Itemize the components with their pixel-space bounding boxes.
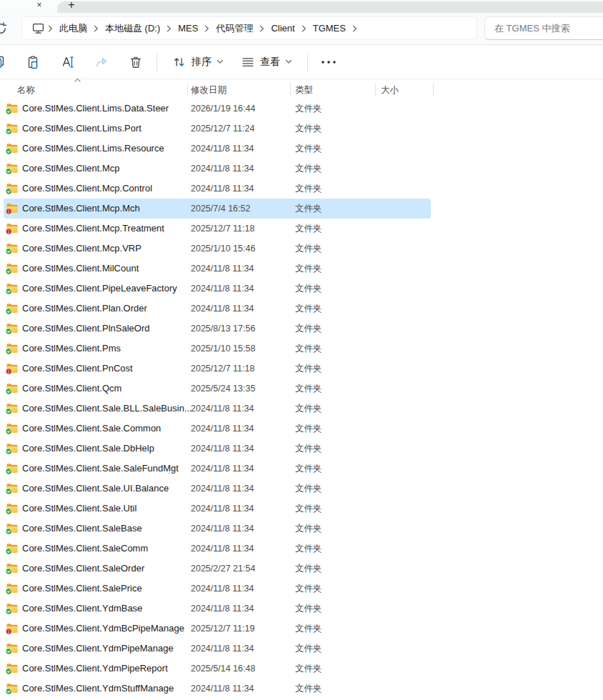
file-row[interactable]: Core.StlMes.Client.Pms 2025/1/10 15:58 文… [0, 339, 603, 359]
file-row[interactable]: Core.StlMes.Client.YdmBase 2024/11/8 11:… [0, 599, 603, 619]
column-divider[interactable] [375, 83, 376, 96]
address-breadcrumb-bar[interactable]: 此电脑本地磁盘 (D:)MES代码管理ClientTGMES [21, 16, 477, 40]
file-row[interactable]: Core.StlMes.Client.Mcp.Control 2024/11/8… [0, 179, 603, 199]
file-row[interactable]: Core.StlMes.Client.YdmBcPipeManage 2025/… [0, 619, 603, 639]
file-row[interactable]: Core.StlMes.Client.YdmPipeReport 2025/5/… [0, 659, 603, 679]
file-date-modified: 2025/12/7 11:18 [191, 359, 254, 379]
file-name: Core.StlMes.Client.SaleOrder [22, 559, 144, 579]
file-type: 文件夹 [295, 459, 322, 479]
view-menu-button[interactable]: 查看 [234, 50, 299, 74]
new-tab-button[interactable]: + [64, 0, 79, 12]
sort-icon [172, 55, 186, 69]
file-type: 文件夹 [295, 299, 322, 319]
delete-icon [129, 55, 143, 69]
folder-icon [6, 122, 19, 134]
paste-button[interactable] [20, 50, 46, 74]
file-date-modified: 2024/11/8 11:34 [191, 479, 254, 499]
chevron-down-icon [285, 59, 292, 64]
status-normal-badge [6, 169, 12, 175]
status-normal-badge [6, 609, 12, 615]
column-header-name[interactable]: 名称 [17, 84, 35, 96]
file-name: Core.StlMes.Client.SaleBase [22, 519, 142, 539]
file-row[interactable]: Core.StlMes.Client.Sale.BLL.SaleBusin...… [0, 399, 603, 419]
file-row[interactable]: Core.StlMes.Client.SalePrice 2024/11/8 1… [0, 579, 603, 599]
file-row[interactable]: Core.StlMes.Client.Sale.DbHelp 2024/11/8… [0, 439, 603, 459]
column-divider[interactable] [290, 83, 291, 96]
file-row[interactable]: Core.StlMes.Client.MilCount 2024/11/8 11… [0, 259, 603, 279]
search-input[interactable]: 在 TGMES 中搜索 [484, 16, 603, 40]
file-row[interactable]: Core.StlMes.Client.YdmPipeManage 2024/11… [0, 639, 603, 659]
delete-button[interactable] [123, 50, 149, 74]
copy-button[interactable] [0, 50, 11, 74]
file-name: Core.StlMes.Client.Sale.Common [22, 419, 161, 439]
folder-icon [6, 522, 19, 534]
breadcrumb-item-3[interactable]: MES [173, 21, 203, 35]
file-row[interactable]: Core.StlMes.Client.Mcp.Treatment 2025/12… [0, 219, 603, 239]
breadcrumb-item-2[interactable]: 本地磁盘 (D:) [100, 21, 165, 36]
column-divider[interactable] [433, 83, 434, 96]
file-row[interactable]: Core.StlMes.Client.PlnSaleOrd 2025/8/13 … [0, 319, 603, 339]
column-divider[interactable] [187, 83, 188, 96]
file-row[interactable]: Core.StlMes.Client.Lims.Resource 2024/11… [0, 139, 603, 159]
file-date-modified: 2024/11/8 11:34 [191, 419, 254, 439]
file-name: Core.StlMes.Client.PlnSaleOrd [22, 319, 149, 339]
column-header-date[interactable]: 修改日期 [191, 84, 226, 96]
file-type: 文件夹 [295, 519, 322, 539]
rename-button[interactable] [54, 50, 80, 74]
file-row[interactable]: Core.StlMes.Client.Mcp 2024/11/8 11:34 文… [0, 159, 603, 179]
folder-icon [6, 202, 19, 214]
share-button[interactable] [89, 50, 114, 74]
status-normal-badge [6, 649, 12, 655]
breadcrumb-item-4[interactable]: 代码管理 [211, 21, 258, 36]
file-row[interactable]: Core.StlMes.Client.Sale.UI.Balance 2024/… [0, 479, 603, 499]
file-date-modified: 2024/11/8 11:34 [191, 259, 254, 279]
file-name: Core.StlMes.Client.Plan.Order [22, 299, 147, 319]
refresh-icon[interactable] [0, 21, 8, 36]
breadcrumb-chevron-icon[interactable] [352, 25, 357, 32]
file-row[interactable]: Core.StlMes.Client.SaleComm 2024/11/8 11… [0, 539, 603, 559]
breadcrumb-chevron-icon [204, 25, 209, 32]
more-options-button[interactable] [316, 50, 342, 74]
tab-close-button[interactable]: × [33, 0, 46, 11]
file-row[interactable]: Core.StlMes.Client.Sale.Util 2024/11/8 1… [0, 499, 603, 519]
file-row[interactable]: Core.StlMes.Client.SaleBase 2024/11/8 11… [0, 519, 603, 539]
status-normal-badge [6, 589, 12, 595]
folder-icon [6, 622, 19, 634]
file-row[interactable]: Core.StlMes.Client.Qcm 2025/5/24 13:35 文… [0, 379, 603, 399]
file-row[interactable]: Core.StlMes.Client.PipeLeaveFactory 2024… [0, 279, 603, 299]
file-row[interactable]: Core.StlMes.Client.Lims.Data.Steer 2026/… [0, 99, 603, 119]
file-row[interactable]: Core.StlMes.Client.Lims.Port 2025/12/7 1… [0, 119, 603, 139]
status-normal-badge [6, 149, 12, 155]
folder-icon [6, 162, 19, 174]
file-row[interactable]: Core.StlMes.Client.Plan.Order 2024/11/8 … [0, 299, 603, 319]
column-header-type[interactable]: 类型 [295, 84, 313, 96]
address-bar-row: 此电脑本地磁盘 (D:)MES代码管理ClientTGMES 在 TGMES 中… [0, 13, 603, 45]
breadcrumb-item-5[interactable]: Client [266, 21, 299, 35]
tab-strip: × + [0, 0, 603, 13]
breadcrumb-item-6[interactable]: TGMES [308, 21, 351, 35]
folder-icon [6, 402, 19, 414]
file-row[interactable]: Core.StlMes.Client.Mcp.VRP 2025/1/10 15:… [0, 239, 603, 259]
file-name: Core.StlMes.Client.Lims.Port [22, 119, 141, 139]
column-header-size[interactable]: 大小 [381, 84, 399, 96]
status-normal-badge [6, 129, 12, 135]
folder-icon [6, 342, 19, 354]
file-list: Core.StlMes.Client.Lims.Data.Steer 2026/… [0, 99, 603, 699]
breadcrumb-item-1[interactable]: 此电脑 [54, 21, 92, 36]
column-header-row: 名称 修改日期 类型 大小 [0, 79, 603, 99]
file-type: 文件夹 [295, 419, 322, 439]
file-row[interactable]: Core.StlMes.Client.SaleOrder 2025/2/27 2… [0, 559, 603, 579]
file-row[interactable]: Core.StlMes.Client.Mcp.Mch 2025/7/4 16:5… [0, 199, 603, 219]
folder-icon [6, 142, 19, 154]
status-modified-badge [6, 369, 12, 375]
file-row[interactable]: Core.StlMes.Client.YdmStuffManage 2024/1… [0, 679, 603, 699]
file-row[interactable]: Core.StlMes.Client.Sale.SaleFundMgt 2024… [0, 459, 603, 479]
file-date-modified: 2024/11/8 11:34 [191, 159, 254, 179]
file-type: 文件夹 [295, 479, 322, 499]
sort-menu-button[interactable]: 排序 [165, 50, 231, 74]
file-row[interactable]: Core.StlMes.Client.PnCost 2025/12/7 11:1… [0, 359, 603, 379]
file-type: 文件夹 [295, 379, 322, 399]
folder-icon [6, 602, 19, 614]
file-type: 文件夹 [295, 579, 322, 599]
file-row[interactable]: Core.StlMes.Client.Sale.Common 2024/11/8… [0, 419, 603, 439]
